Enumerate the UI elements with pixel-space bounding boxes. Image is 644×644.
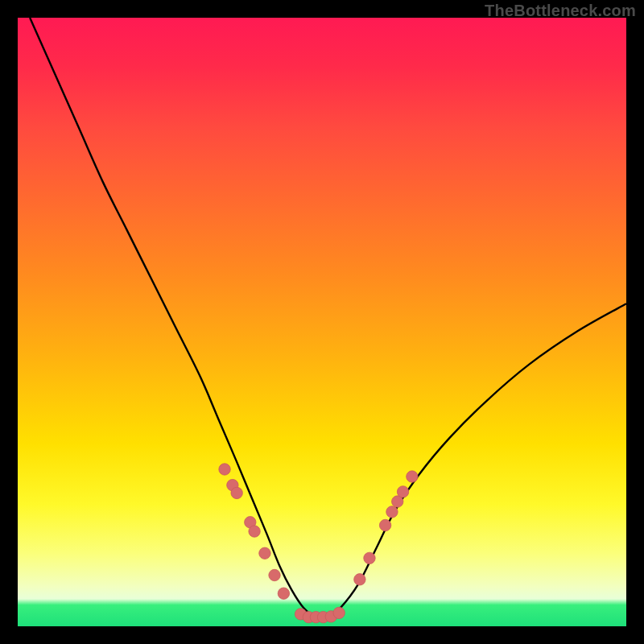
curve-marker — [259, 547, 270, 559]
plot-area — [18, 18, 626, 626]
bottleneck-curve-svg — [18, 18, 626, 626]
curve-marker — [269, 569, 280, 580]
curve-marker — [249, 526, 260, 537]
curve-marker — [386, 506, 398, 518]
curve-marker — [278, 588, 289, 599]
curve-path — [30, 18, 626, 618]
curve-marker — [397, 486, 408, 497]
curve-marker — [379, 519, 390, 530]
curve-marker — [407, 471, 418, 482]
curve-marker — [231, 487, 242, 498]
curve-marker — [219, 464, 230, 475]
curve-marker — [333, 607, 345, 618]
curve-marker — [364, 552, 375, 564]
curve-markers — [219, 464, 418, 623]
chart-frame: TheBottleneck.com — [0, 0, 644, 644]
curve-marker — [354, 574, 365, 585]
watermark-label: TheBottleneck.com — [485, 2, 636, 20]
